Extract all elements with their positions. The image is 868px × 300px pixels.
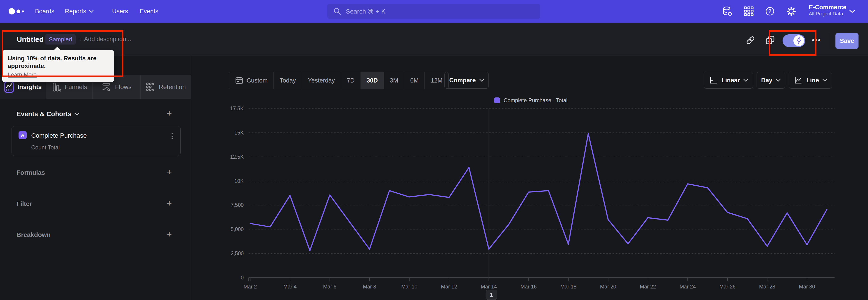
svg-text:Mar 16: Mar 16 <box>521 284 537 290</box>
copy-to-board-icon[interactable] <box>765 35 776 46</box>
event-metric[interactable]: Count Total <box>31 144 60 151</box>
range-6m[interactable]: 6M <box>404 72 425 89</box>
nav-item-label: Reports <box>65 8 86 15</box>
filter-section: Filter + <box>0 200 181 209</box>
flows-icon <box>101 82 112 92</box>
svg-text:0: 0 <box>241 275 244 280</box>
more-options-button[interactable]: ••• <box>812 35 826 46</box>
range-30d[interactable]: 30D <box>361 72 384 89</box>
svg-text:12.5K: 12.5K <box>230 154 244 160</box>
filter-label: Filter <box>17 200 32 208</box>
tab-label: Flows <box>115 83 131 91</box>
add-event-button[interactable]: + <box>167 109 172 118</box>
tab-retention[interactable]: Retention <box>141 75 191 99</box>
formulas-label: Formulas <box>17 169 45 176</box>
logo-dot-medium <box>17 9 20 13</box>
chevron-down-icon <box>823 79 827 82</box>
funnels-icon <box>52 82 61 92</box>
svg-text:Mar 22: Mar 22 <box>640 284 656 290</box>
compare-button[interactable]: Compare <box>444 72 489 89</box>
nav-item-users[interactable]: Users <box>112 0 128 23</box>
event-card[interactable]: A Complete Purchase Count Total <box>11 126 181 156</box>
data-management-icon[interactable] <box>722 6 733 17</box>
range-today[interactable]: Today <box>274 72 302 89</box>
page-number: 1 <box>490 292 493 298</box>
range-label: Today <box>280 77 296 84</box>
chevron-down-icon <box>74 113 80 116</box>
retention-icon <box>146 82 156 92</box>
nav-item-reports[interactable]: Reports <box>65 0 94 23</box>
tab-label: Insights <box>18 83 41 91</box>
tab-label: Funnels <box>65 83 87 91</box>
svg-text:Mar 4: Mar 4 <box>283 284 297 290</box>
chart-type-selector[interactable]: Line <box>789 72 832 89</box>
interval-selector[interactable]: Day <box>756 72 785 89</box>
chevron-down-icon <box>776 79 780 82</box>
svg-text:Mar 10: Mar 10 <box>401 284 417 290</box>
event-letter-badge: A <box>19 131 27 139</box>
svg-text:?: ? <box>768 8 772 14</box>
event-name[interactable]: Complete Purchase <box>31 132 87 139</box>
lightning-icon <box>796 37 802 44</box>
linear-axis-icon <box>709 76 718 85</box>
pagination-page-1[interactable]: 1 <box>486 290 497 300</box>
share-link-icon[interactable] <box>745 35 756 46</box>
compare-label: Compare <box>449 77 475 84</box>
search-icon <box>333 7 342 16</box>
nav-item-boards[interactable]: Boards <box>35 0 55 23</box>
mixpanel-logo[interactable] <box>8 0 24 23</box>
project-chevron-down-icon[interactable] <box>849 10 855 13</box>
help-icon[interactable]: ? <box>765 6 775 17</box>
svg-text:10K: 10K <box>235 178 244 184</box>
range-yesterday[interactable]: Yesterday <box>302 72 341 89</box>
settings-gear-icon[interactable] <box>786 6 797 17</box>
svg-text:Mar 6: Mar 6 <box>323 284 336 290</box>
range-custom[interactable]: Custom <box>229 72 274 89</box>
chevron-down-icon <box>89 10 94 13</box>
breakdown-label: Breakdown <box>17 231 51 239</box>
nav-item-label: Users <box>112 8 128 15</box>
events-cohorts-header[interactable]: Events & Cohorts <box>17 110 80 118</box>
chart-legend[interactable]: Complete Purchase - Total <box>494 97 567 103</box>
interval-label: Day <box>761 77 772 84</box>
svg-text:Mar 30: Mar 30 <box>799 284 815 290</box>
save-button[interactable]: Save <box>835 33 859 49</box>
tab-label: Retention <box>159 83 186 91</box>
sampled-badge[interactable]: Sampled <box>45 34 76 44</box>
add-breakdown-button[interactable]: + <box>167 230 172 239</box>
sampling-tooltip: Using 10% of data. Results are approxima… <box>2 50 114 82</box>
svg-text:Mar 24: Mar 24 <box>680 284 696 290</box>
add-filter-button[interactable]: + <box>167 199 172 208</box>
range-label: 30D <box>367 77 378 84</box>
svg-text:Mar 14: Mar 14 <box>481 284 497 290</box>
svg-text:5,000: 5,000 <box>230 226 244 232</box>
range-label: Yesterday <box>308 77 335 84</box>
range-label: Custom <box>247 77 268 84</box>
tooltip-text: Using 10% of data. Results are approxima… <box>8 55 108 70</box>
add-description[interactable]: + Add description... <box>79 36 131 43</box>
scale-label: Linear <box>721 77 740 84</box>
range-7d[interactable]: 7D <box>341 72 361 89</box>
apps-grid-icon[interactable] <box>743 6 754 17</box>
svg-text:17.5K: 17.5K <box>230 106 244 112</box>
svg-text:15K: 15K <box>235 130 244 136</box>
project-switcher[interactable]: E-Commerce All Project Data <box>809 4 846 17</box>
event-options-kebab-icon[interactable] <box>168 131 176 141</box>
svg-text:Mar 20: Mar 20 <box>600 284 616 290</box>
learn-more-link[interactable]: Learn More <box>8 71 37 78</box>
range-3m[interactable]: 3M <box>383 72 404 89</box>
sampling-toggle[interactable] <box>782 34 805 47</box>
date-range-picker: Custom Today Yesterday 7D 30D 3M 6M 12M <box>229 72 449 89</box>
svg-text:Mar 8: Mar 8 <box>363 284 376 290</box>
svg-text:Mar 18: Mar 18 <box>560 284 577 290</box>
line-chart-icon <box>794 76 803 85</box>
range-label: 3M <box>390 77 398 84</box>
report-title[interactable]: Untitled <box>17 35 43 43</box>
add-formula-button[interactable]: + <box>167 168 172 176</box>
scale-selector[interactable]: Linear <box>704 72 753 89</box>
chevron-down-icon <box>479 79 484 82</box>
nav-item-events[interactable]: Events <box>140 0 158 23</box>
legend-swatch <box>494 97 500 103</box>
breakdown-section: Breakdown + <box>0 231 181 240</box>
search-input[interactable]: Search ⌘ + K <box>327 4 540 19</box>
